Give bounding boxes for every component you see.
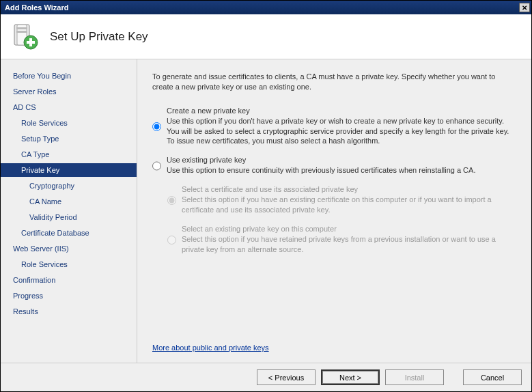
install-button: Install	[385, 369, 444, 385]
suboption-select-key: Select an existing private key on this c…	[167, 225, 516, 255]
option-create-new[interactable]: Create a new private key Use this option…	[152, 107, 516, 147]
sidebar-item[interactable]: Results	[1, 305, 137, 318]
wizard-icon	[10, 22, 40, 52]
sidebar-item[interactable]: Confirmation	[1, 273, 137, 287]
sidebar-item[interactable]: Certificate Database	[1, 226, 137, 240]
suboption-select-cert: Select a certificate and use its associa…	[167, 185, 516, 215]
sidebar-item[interactable]: Cryptography	[1, 179, 137, 193]
radio-select-cert	[167, 186, 176, 215]
sidebar-item[interactable]: Progress	[1, 289, 137, 303]
sidebar-item[interactable]: Web Server (IIS)	[1, 242, 137, 255]
sidebar-item[interactable]: Setup Type	[1, 132, 137, 145]
radio-create-new[interactable]	[152, 107, 161, 147]
suboption-select-cert-label: Select a certificate and use its associa…	[182, 185, 516, 193]
option-use-existing-desc: Use this option to ensure continuity wit…	[167, 165, 516, 176]
option-create-new-desc: Use this option if you don't have a priv…	[167, 116, 516, 147]
titlebar: Add Roles Wizard ✕	[1, 1, 531, 14]
svg-rect-2	[16, 27, 27, 29]
suboption-select-cert-desc: Select this option if you have an existi…	[182, 195, 516, 215]
sidebar-item[interactable]: Private Key	[1, 163, 137, 177]
sidebar-item[interactable]: Role Services	[1, 116, 137, 130]
option-use-existing-label: Use existing private key	[167, 156, 516, 164]
suboption-select-key-desc: Select this option if you have retained …	[182, 234, 516, 255]
sidebar-item[interactable]: CA Type	[1, 148, 137, 161]
intro-text: To generate and issue certificates to cl…	[152, 72, 516, 93]
svg-rect-6	[27, 41, 35, 44]
next-button[interactable]: Next >	[321, 369, 380, 385]
sidebar-item[interactable]: AD CS	[1, 100, 137, 114]
previous-button[interactable]: < Previous	[257, 369, 316, 385]
footer: < Previous Next > Install Cancel	[1, 363, 531, 391]
option-create-new-label: Create a new private key	[167, 107, 516, 115]
help-link[interactable]: More about public and private keys	[152, 344, 516, 352]
radio-use-existing[interactable]	[152, 156, 161, 176]
suboption-select-key-label: Select an existing private key on this c…	[182, 225, 516, 233]
header: Set Up Private Key	[1, 14, 531, 59]
sidebar-item[interactable]: Before You Begin	[1, 69, 137, 83]
sidebar-item[interactable]: Validity Period	[1, 210, 137, 224]
sidebar-item[interactable]: CA Name	[1, 195, 137, 208]
content-pane: To generate and issue certificates to cl…	[137, 59, 531, 363]
wizard-sidebar: Before You BeginServer RolesAD CSRole Se…	[1, 59, 137, 363]
window-title: Add Roles Wizard	[5, 3, 68, 12]
option-use-existing[interactable]: Use existing private key Use this option…	[152, 156, 516, 176]
radio-select-key	[167, 225, 176, 255]
close-button[interactable]: ✕	[519, 3, 530, 12]
svg-rect-3	[16, 31, 27, 33]
page-title: Set Up Private Key	[50, 30, 148, 44]
sidebar-item[interactable]: Server Roles	[1, 85, 137, 98]
cancel-button[interactable]: Cancel	[463, 369, 522, 385]
sidebar-item[interactable]: Role Services	[1, 257, 137, 271]
